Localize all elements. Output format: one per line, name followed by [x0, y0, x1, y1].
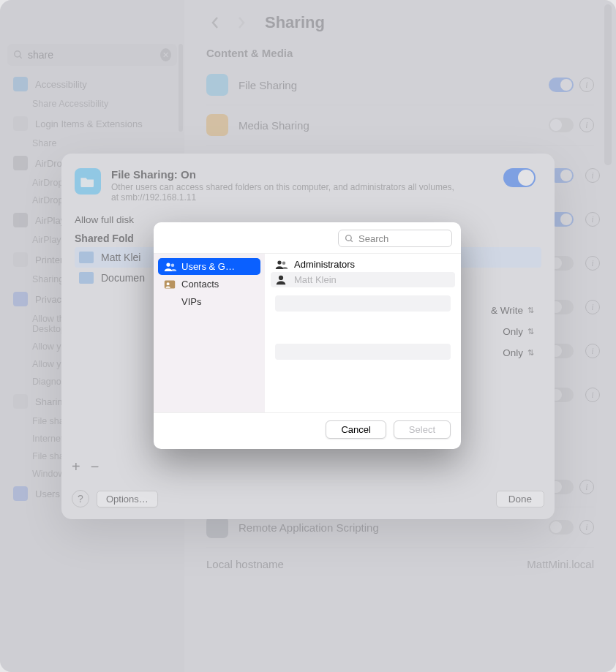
- info-icon[interactable]: i: [579, 480, 594, 494]
- svg-point-10: [279, 275, 283, 279]
- user-label: Administrators: [294, 259, 355, 270]
- svg-line-1: [20, 56, 22, 58]
- picker-search-placeholder: Search: [358, 233, 388, 244]
- row-label: Media Sharing: [238, 119, 549, 132]
- forward-button[interactable]: [233, 14, 250, 31]
- row-label: File Sharing: [238, 79, 549, 91]
- done-button[interactable]: Done: [496, 491, 544, 507]
- info-icon[interactable]: i: [585, 168, 600, 183]
- empty-row: [275, 344, 451, 360]
- svg-point-8: [277, 260, 281, 264]
- chevron-updown-icon: ⇅: [527, 348, 534, 358]
- section-content-media: Content & Media: [206, 47, 594, 59]
- folder-label: Matt Klei: [101, 252, 140, 263]
- sidebar-subitem[interactable]: Share: [0, 135, 184, 152]
- user-picker-modal: Search Users & G…ContactsVIPs Administra…: [154, 222, 461, 449]
- info-icon[interactable]: i: [585, 388, 600, 402]
- sidebar-item-label: Login Items & Extensions: [35, 118, 143, 129]
- category-label: VIPs: [181, 296, 201, 307]
- user-label: Matt Klein: [294, 274, 337, 285]
- sidebar-item-label: AirPlay: [35, 215, 65, 226]
- search-icon: [345, 234, 354, 243]
- sidebar-item[interactable]: Accessibility: [0, 73, 184, 95]
- info-icon[interactable]: i: [579, 520, 594, 535]
- search-icon: [13, 50, 23, 60]
- sidebar-search-input[interactable]: [28, 49, 156, 61]
- folder-share-icon: [75, 168, 101, 195]
- sidebar-scrollbar[interactable]: [179, 44, 183, 132]
- clear-search-icon[interactable]: ✕: [160, 48, 171, 61]
- help-button[interactable]: ?: [72, 490, 89, 507]
- row-icon: [206, 516, 228, 538]
- sidebar-item-icon: [13, 486, 28, 501]
- sidebar-item-icon: [13, 156, 28, 170]
- info-icon[interactable]: i: [579, 78, 594, 92]
- sidebar-item-icon: [13, 116, 28, 131]
- chevron-updown-icon: ⇅: [527, 306, 534, 315]
- file-sharing-toggle[interactable]: [503, 168, 536, 187]
- svg-point-9: [282, 261, 286, 265]
- fs-subtitle: Other users can access shared folders on…: [111, 182, 462, 203]
- category-label: Users & G…: [181, 261, 235, 272]
- cancel-button[interactable]: Cancel: [326, 420, 386, 439]
- sidebar-item-icon: [13, 252, 28, 267]
- svg-point-0: [15, 51, 20, 57]
- picker-category[interactable]: Users & G…: [158, 258, 260, 275]
- info-icon[interactable]: i: [585, 212, 600, 227]
- picker-category[interactable]: VIPs: [158, 293, 260, 310]
- page-title: Sharing: [265, 13, 325, 32]
- picker-user-row: Matt Klein: [271, 272, 455, 287]
- hostname-value: MattMini.local: [527, 558, 594, 570]
- picker-user-row[interactable]: Administrators: [271, 257, 455, 272]
- svg-point-2: [346, 235, 352, 241]
- permission-label: & Write: [491, 305, 523, 316]
- category-icon: [164, 262, 176, 272]
- svg-point-5: [171, 263, 175, 267]
- folder-icon: [79, 252, 94, 263]
- sidebar-subitem[interactable]: Share Accessibility: [0, 95, 184, 113]
- picker-category[interactable]: Contacts: [158, 276, 260, 292]
- svg-point-7: [167, 282, 170, 285]
- category-icon: [164, 297, 176, 307]
- info-icon[interactable]: i: [585, 300, 600, 314]
- sidebar-item-label: Accessibility: [35, 79, 87, 90]
- sidebar-item[interactable]: Login Items & Extensions: [0, 113, 184, 135]
- chevron-updown-icon: ⇅: [527, 327, 534, 336]
- user-icon: [275, 275, 288, 285]
- user-icon: [275, 260, 288, 270]
- add-folder-button[interactable]: +: [72, 458, 80, 475]
- settings-row: File Sharing i: [206, 65, 594, 105]
- permission-label: Only: [503, 347, 523, 358]
- info-icon[interactable]: i: [579, 118, 594, 132]
- sidebar-item-icon: [13, 292, 28, 306]
- category-label: Contacts: [181, 279, 219, 290]
- info-icon[interactable]: i: [585, 256, 600, 271]
- picker-user-list: AdministratorsMatt Klein: [265, 254, 461, 412]
- remove-folder-button[interactable]: −: [91, 458, 99, 475]
- sidebar-item-icon: [13, 77, 28, 91]
- sidebar-item-icon: [13, 213, 28, 227]
- sidebar-item-icon: [13, 394, 28, 409]
- picker-category-list: Users & G…ContactsVIPs: [154, 254, 265, 412]
- toggle[interactable]: [549, 118, 574, 132]
- folder-label: Documen: [101, 272, 145, 284]
- settings-row: Media Sharing i: [206, 105, 594, 146]
- toggle[interactable]: [549, 78, 574, 92]
- folder-icon: [79, 272, 94, 284]
- empty-row: [275, 320, 451, 336]
- svg-line-3: [350, 240, 353, 242]
- select-button[interactable]: Select: [394, 420, 451, 439]
- row-icon: [206, 114, 228, 136]
- back-button[interactable]: [206, 14, 224, 31]
- empty-row: [275, 295, 451, 312]
- permission-label: Only: [503, 326, 523, 337]
- row-label: Remote Application Scripting: [238, 521, 549, 534]
- main-scrollbar[interactable]: [604, 4, 612, 165]
- toggle[interactable]: [549, 520, 574, 535]
- sidebar-search[interactable]: ✕: [7, 44, 177, 66]
- options-button[interactable]: Options…: [97, 491, 158, 507]
- hostname-label: Local hostname: [206, 558, 284, 570]
- info-icon[interactable]: i: [585, 344, 600, 358]
- svg-point-4: [166, 263, 170, 266]
- picker-search[interactable]: Search: [338, 230, 452, 247]
